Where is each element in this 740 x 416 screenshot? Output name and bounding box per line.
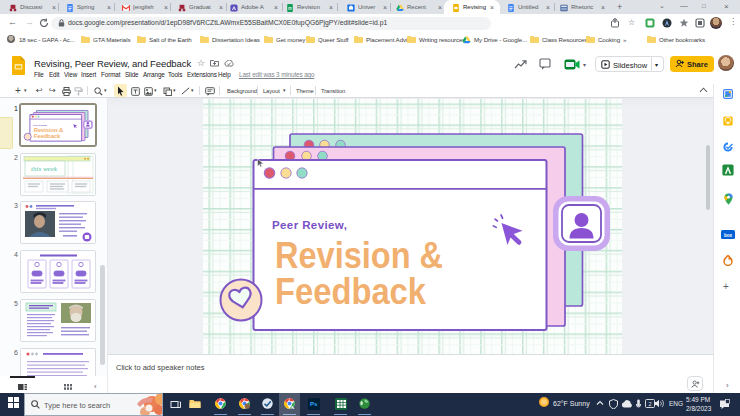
svg-text:Feedback: Feedback — [275, 271, 426, 312]
svg-text:Revision &: Revision & — [275, 235, 443, 276]
svg-text:2: 2 — [648, 401, 651, 407]
svg-text:Revision &: Revision & — [34, 127, 64, 133]
svg-text:box: box — [724, 233, 733, 238]
svg-text:this week: this week — [31, 165, 58, 173]
svg-text:Feedback: Feedback — [34, 133, 61, 139]
svg-text:Peer Review,: Peer Review, — [272, 219, 347, 231]
